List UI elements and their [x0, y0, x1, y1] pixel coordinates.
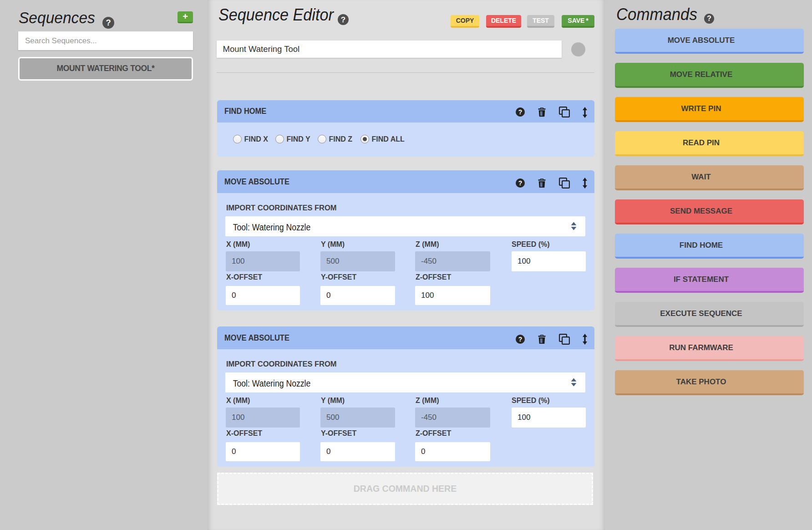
- svg-text:?: ?: [518, 179, 523, 186]
- svg-text:?: ?: [518, 108, 523, 116]
- svg-text:?: ?: [106, 18, 111, 27]
- svg-text:?: ?: [518, 335, 523, 342]
- svg-text:?: ?: [707, 15, 711, 22]
- svg-text:?: ?: [341, 15, 345, 24]
